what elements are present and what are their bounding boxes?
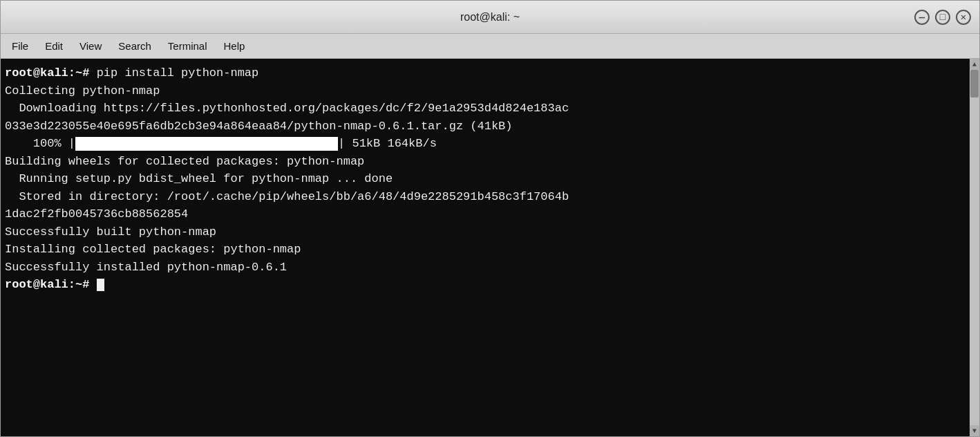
window-controls: — □ ✕ bbox=[914, 10, 971, 25]
menu-view[interactable]: View bbox=[71, 37, 110, 55]
terminal-line: Installing collected packages: python-nm… bbox=[5, 241, 975, 259]
terminal-line: Building wheels for collected packages: … bbox=[5, 153, 975, 171]
menu-terminal[interactable]: Terminal bbox=[160, 37, 216, 55]
scroll-down-arrow[interactable]: ▼ bbox=[970, 425, 979, 436]
terminal-line: root@kali:~# pip install python-nmap bbox=[5, 64, 975, 82]
menu-help[interactable]: Help bbox=[216, 37, 254, 55]
menu-edit[interactable]: Edit bbox=[37, 37, 71, 55]
progress-bar bbox=[75, 137, 338, 151]
prompt: root@kali:~# bbox=[5, 66, 97, 80]
minimize-button[interactable]: — bbox=[914, 10, 930, 25]
terminal-line-progress: 100% || 51kB 164kB/s bbox=[5, 135, 975, 153]
cursor bbox=[97, 279, 104, 291]
scrollbar-thumb[interactable] bbox=[970, 70, 979, 97]
terminal-line: Successfully built python-nmap bbox=[5, 223, 975, 241]
title-bar: root@kali: ~ — □ ✕ bbox=[1, 1, 979, 34]
terminal-body[interactable]: root@kali:~# pip install python-nmap Col… bbox=[1, 59, 979, 436]
maximize-button[interactable]: □ bbox=[935, 10, 950, 25]
menu-search[interactable]: Search bbox=[110, 37, 160, 55]
menu-file[interactable]: File bbox=[3, 37, 37, 55]
command-text: pip install python-nmap bbox=[97, 66, 259, 80]
window-title: root@kali: ~ bbox=[460, 11, 520, 24]
terminal-line: Successfully installed python-nmap-0.6.1 bbox=[5, 259, 975, 277]
menu-bar: File Edit View Search Terminal Help bbox=[1, 34, 979, 59]
close-button[interactable]: ✕ bbox=[956, 10, 971, 25]
terminal-line: 1dac2f2fb0045736cb88562854 bbox=[5, 205, 975, 223]
prompt: root@kali:~# bbox=[5, 278, 97, 291]
terminal-line: 033e3d223055e40e695fa6db2cb3e94a864eaa84… bbox=[5, 118, 975, 136]
terminal-line: Collecting python-nmap bbox=[5, 82, 975, 100]
terminal-window: root@kali: ~ — □ ✕ File Edit View Search… bbox=[0, 0, 980, 437]
terminal-line-cursor: root@kali:~# bbox=[5, 276, 975, 294]
terminal-line: Running setup.py bdist_wheel for python-… bbox=[5, 170, 975, 188]
scrollbar[interactable]: ▲ ▼ bbox=[970, 59, 979, 436]
scroll-up-arrow[interactable]: ▲ bbox=[970, 59, 979, 70]
terminal-line: Stored in directory: /root/.cache/pip/wh… bbox=[5, 188, 975, 206]
terminal-line: Downloading https://files.pythonhosted.o… bbox=[5, 100, 975, 118]
